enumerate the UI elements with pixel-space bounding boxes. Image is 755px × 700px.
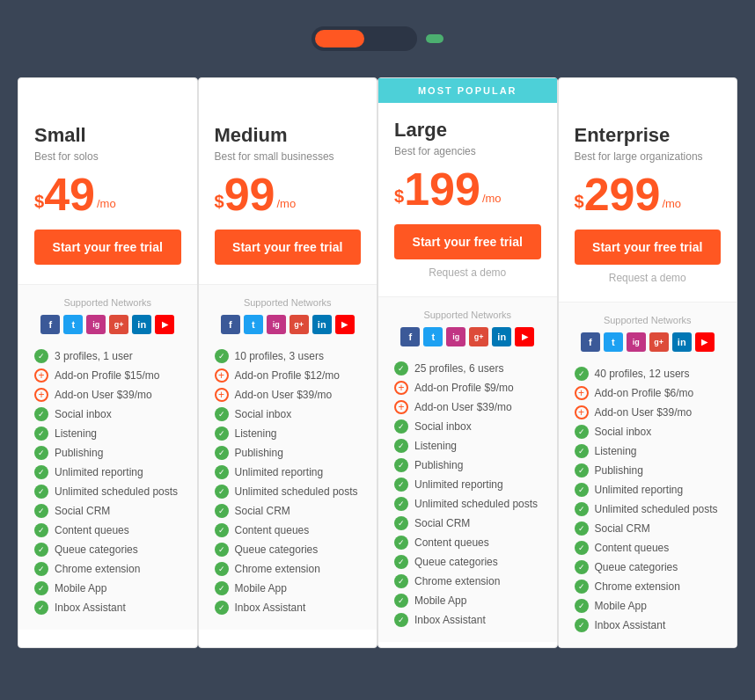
trial-button[interactable]: Start your free trial (394, 224, 541, 259)
linkedin-icon: in (492, 327, 511, 346)
demo-link[interactable]: Request a demo (575, 272, 722, 284)
trial-button[interactable]: Start your free trial (575, 230, 722, 265)
youtube-icon: ▶ (515, 327, 534, 346)
price-period: /mo (97, 197, 116, 210)
feature-item: ✓ Mobile App (394, 591, 541, 610)
feature-item: ✓ Unlimited reporting (215, 463, 362, 482)
trial-button[interactable]: Start your free trial (215, 230, 362, 265)
price-dollar: $ (394, 187, 404, 205)
price-amount: 199 (404, 166, 480, 212)
youtube-icon: ▶ (695, 332, 715, 352)
trial-button[interactable]: Start your free trial (34, 230, 181, 265)
feature-item: ✓ Publishing (394, 456, 541, 475)
plan-desc: Best for solos (34, 150, 181, 163)
feature-text: Unlimited scheduled posts (414, 498, 538, 510)
feature-item: ✓ Unlimited scheduled posts (394, 494, 541, 514)
feature-text: Unlimited reporting (595, 484, 684, 496)
plan-features: Supported Networks f t ig g+ in ▶ ✓ 25 p… (378, 296, 557, 642)
popular-badge: MOST POPULAR (378, 78, 557, 103)
feature-text: Add-on User $39/mo (55, 389, 152, 401)
feature-text: Listening (235, 427, 277, 440)
social-icons: f t ig g+ in ▶ (394, 327, 541, 346)
demo-link[interactable]: Request a demo (394, 266, 541, 279)
feature-list: ✓ 3 profiles, 1 user + Add-on Profile $1… (34, 346, 181, 617)
feature-text: Inbox Assistant (235, 602, 306, 614)
plan-desc: Best for large organizations (575, 150, 722, 163)
plan-features: Supported Networks f t ig g+ in ▶ ✓ 10 p… (199, 284, 378, 630)
feature-text: Unlimited reporting (55, 466, 143, 478)
feature-text: 10 profiles, 3 users (235, 350, 324, 362)
annually-toggle[interactable] (364, 30, 414, 47)
feature-item: ✓ Chrome extension (575, 577, 722, 596)
feature-item: ✓ Queue categories (575, 558, 722, 577)
feature-text: Chrome extension (55, 563, 140, 575)
plan-desc: Best for small businesses (215, 150, 362, 163)
check-icon: ✓ (215, 407, 229, 421)
check-icon: ✓ (34, 349, 48, 363)
check-icon: ✓ (575, 521, 589, 536)
feature-item: ✓ Inbox Assistant (575, 616, 722, 635)
plan-card-enterprise: Enterprise Best for large organizations … (558, 77, 738, 648)
feature-text: Content queues (55, 524, 129, 536)
feature-text: Add-on User $39/mo (414, 401, 512, 413)
check-icon: ✓ (394, 439, 408, 453)
feature-text: Queue categories (595, 561, 678, 573)
feature-text: Add-on Profile $12/mo (235, 369, 340, 382)
plan-price: $ 299 /mo (575, 171, 722, 217)
feature-text: Content queues (595, 542, 670, 554)
plan-features: Supported Networks f t ig g+ in ▶ ✓ 3 pr… (18, 284, 197, 630)
check-icon: ✓ (394, 574, 408, 588)
check-icon: ✓ (215, 504, 229, 518)
check-icon: ✓ (34, 562, 48, 576)
linkedin-icon: in (672, 332, 692, 352)
monthly-toggle[interactable] (315, 30, 364, 47)
feature-item: + Add-on Profile $9/mo (394, 378, 541, 397)
plus-icon: + (215, 368, 229, 383)
networks-label: Supported Networks (34, 297, 181, 308)
feature-item: + Add-on User $39/mo (394, 397, 541, 417)
feature-text: Queue categories (235, 543, 319, 556)
plus-icon: + (575, 386, 589, 400)
plus-icon: + (34, 388, 48, 402)
facebook-icon: f (400, 327, 420, 346)
feature-item: ✓ Unlimited scheduled posts (215, 482, 362, 501)
check-icon: ✓ (575, 444, 589, 458)
feature-text: Social inbox (55, 408, 112, 420)
check-icon: ✓ (215, 562, 229, 576)
networks-label: Supported Networks (575, 315, 722, 325)
plan-header: Large Best for agencies $ 199 /mo Start … (378, 103, 557, 296)
check-icon: ✓ (34, 446, 48, 460)
feature-text: Mobile App (55, 582, 106, 594)
feature-text: Add-on User $39/mo (235, 389, 333, 401)
facebook-icon: f (221, 315, 240, 334)
feature-text: Inbox Assistant (414, 614, 486, 626)
youtube-icon: ▶ (335, 315, 355, 334)
feature-text: 40 profiles, 12 users (595, 368, 690, 380)
feature-text: Add-on Profile $9/mo (414, 382, 514, 394)
feature-text: Social CRM (55, 505, 110, 517)
instagram-icon: ig (86, 315, 106, 334)
feature-text: 3 profiles, 1 user (55, 350, 133, 362)
feature-text: Chrome extension (414, 575, 500, 587)
price-period: /mo (662, 197, 681, 210)
price-amount: 299 (584, 171, 661, 217)
check-icon: ✓ (575, 367, 589, 381)
feature-text: Social inbox (595, 426, 652, 438)
check-icon: ✓ (215, 601, 229, 615)
price-period: /mo (482, 192, 502, 205)
plans-grid: Small Best for solos $ 49 /mo Start your… (18, 77, 737, 648)
feature-text: Unlimited scheduled posts (55, 485, 178, 498)
check-icon: ✓ (34, 504, 48, 518)
feature-text: Chrome extension (595, 580, 680, 593)
feature-text: Publishing (595, 464, 643, 477)
feature-item: ✓ Inbox Assistant (34, 598, 181, 617)
feature-item: ✓ Social CRM (215, 501, 362, 521)
feature-item: ✓ Queue categories (394, 552, 541, 572)
feature-text: Inbox Assistant (595, 619, 666, 631)
feature-item: ✓ Chrome extension (215, 559, 362, 579)
price-dollar: $ (215, 193, 224, 210)
feature-item: ✓ Social inbox (394, 417, 541, 436)
googleplus-icon: g+ (109, 315, 128, 334)
check-icon: ✓ (575, 580, 589, 594)
plan-price: $ 49 /mo (34, 171, 181, 217)
